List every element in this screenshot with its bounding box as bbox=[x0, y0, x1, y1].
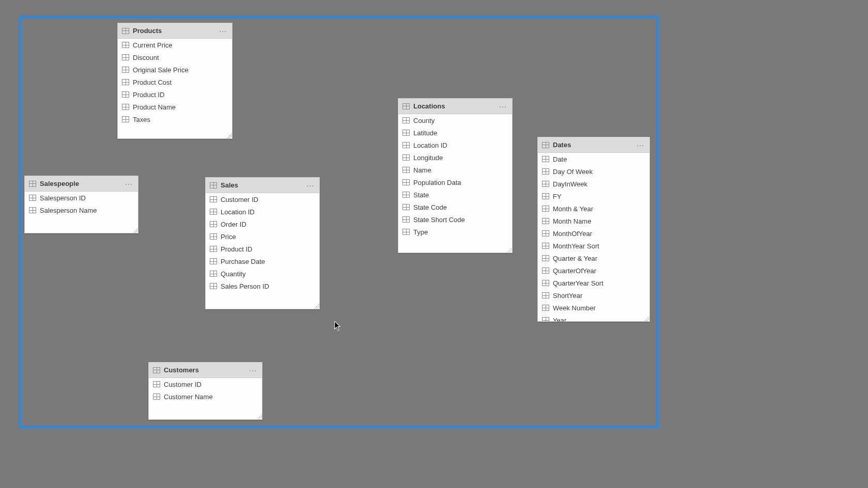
table-menu-button[interactable]: ··· bbox=[218, 27, 228, 35]
field-label: Date bbox=[553, 155, 567, 163]
field-row[interactable]: DayInWeek bbox=[538, 178, 649, 190]
column-icon bbox=[542, 317, 549, 321]
table-menu-button[interactable]: ··· bbox=[248, 366, 258, 374]
field-row[interactable]: State Code bbox=[398, 201, 512, 213]
field-row[interactable]: Quarter & Year bbox=[538, 252, 649, 264]
field-row[interactable]: Latitude bbox=[398, 127, 512, 139]
column-icon bbox=[402, 229, 410, 235]
table-header-salespeople[interactable]: Salespeople··· bbox=[25, 176, 138, 192]
resize-handle[interactable] bbox=[507, 247, 512, 253]
table-body-sales: Customer IDLocation IDOrder IDPriceProdu… bbox=[206, 193, 319, 309]
field-row[interactable]: Original Sale Price bbox=[118, 64, 232, 76]
field-row[interactable]: Year bbox=[538, 314, 649, 321]
field-row[interactable]: Customer ID bbox=[149, 378, 262, 390]
field-row[interactable]: Type bbox=[398, 226, 512, 238]
column-icon bbox=[542, 156, 549, 162]
resize-handle[interactable] bbox=[227, 133, 232, 138]
field-row[interactable]: Taxes bbox=[118, 113, 232, 125]
field-row[interactable]: Day Of Week bbox=[538, 165, 649, 178]
table-products[interactable]: Products···Current PriceDiscountOriginal… bbox=[117, 23, 233, 139]
table-menu-button[interactable]: ··· bbox=[124, 180, 134, 188]
field-row[interactable]: FY bbox=[538, 190, 649, 202]
table-header-dates[interactable]: Dates··· bbox=[538, 137, 649, 153]
field-label: ShortYear bbox=[553, 292, 582, 300]
field-label: Customer ID bbox=[164, 381, 202, 388]
column-icon bbox=[122, 116, 129, 122]
table-header-locations[interactable]: Locations··· bbox=[398, 99, 512, 114]
field-row[interactable]: Product Name bbox=[118, 101, 232, 113]
table-icon bbox=[29, 181, 36, 187]
field-row[interactable]: Salesperson Name bbox=[25, 204, 138, 216]
column-icon bbox=[210, 209, 217, 215]
field-row[interactable]: Product ID bbox=[118, 88, 232, 101]
field-row[interactable]: Sales Person ID bbox=[206, 280, 319, 292]
field-row[interactable]: Quantity bbox=[206, 267, 319, 280]
field-row[interactable]: Salesperson ID bbox=[25, 192, 138, 204]
column-icon bbox=[542, 230, 549, 237]
field-row[interactable]: Product Cost bbox=[118, 76, 232, 88]
field-row[interactable]: Population Data bbox=[398, 176, 512, 188]
field-row[interactable]: QuarterYear Sort bbox=[538, 277, 649, 289]
table-title: Sales bbox=[221, 181, 302, 189]
field-row[interactable]: Product ID bbox=[206, 243, 319, 255]
field-label: Longitude bbox=[413, 154, 443, 162]
table-salespeople[interactable]: Salespeople···Salesperson IDSalesperson … bbox=[24, 176, 138, 233]
field-row[interactable]: Location ID bbox=[206, 206, 319, 218]
field-row[interactable]: State bbox=[398, 188, 512, 201]
table-locations[interactable]: Locations···CountyLatitudeLocation IDLon… bbox=[398, 98, 513, 253]
table-header-products[interactable]: Products··· bbox=[118, 23, 232, 39]
table-menu-button[interactable]: ··· bbox=[498, 102, 508, 111]
field-row[interactable]: Location ID bbox=[398, 139, 512, 151]
column-icon bbox=[402, 216, 410, 223]
field-label: Sales Person ID bbox=[221, 282, 269, 290]
field-row[interactable]: Month Name bbox=[538, 215, 649, 227]
resize-handle[interactable] bbox=[314, 304, 319, 309]
table-menu-button[interactable]: ··· bbox=[305, 181, 315, 190]
field-row[interactable]: Customer Name bbox=[149, 390, 262, 403]
field-row[interactable]: State Short Code bbox=[398, 213, 512, 226]
table-header-customers[interactable]: Customers··· bbox=[149, 363, 262, 378]
table-body-salespeople: Salesperson IDSalesperson Name bbox=[25, 192, 138, 233]
field-label: Current Price bbox=[133, 41, 173, 49]
field-row[interactable]: Price bbox=[206, 230, 319, 243]
field-label: Customer Name bbox=[164, 393, 213, 401]
table-icon bbox=[542, 142, 549, 148]
field-row[interactable]: County bbox=[398, 114, 512, 127]
field-row[interactable]: Week Number bbox=[538, 302, 649, 314]
table-dates[interactable]: Dates···DateDay Of WeekDayInWeekFYMonth … bbox=[537, 137, 650, 322]
resize-handle[interactable] bbox=[257, 414, 262, 419]
field-label: Population Data bbox=[413, 179, 461, 186]
field-row[interactable]: Customer ID bbox=[206, 193, 319, 206]
field-row[interactable]: Date bbox=[538, 153, 649, 165]
table-header-sales[interactable]: Sales··· bbox=[206, 178, 319, 193]
field-row[interactable]: Discount bbox=[118, 51, 232, 64]
field-label: Product ID bbox=[133, 91, 164, 99]
field-label: Quarter & Year bbox=[553, 255, 597, 262]
table-title: Dates bbox=[553, 141, 632, 149]
column-icon bbox=[542, 255, 549, 261]
table-sales[interactable]: Sales···Customer IDLocation IDOrder IDPr… bbox=[205, 177, 320, 309]
table-customers[interactable]: Customers···Customer IDCustomer Name bbox=[148, 362, 262, 420]
field-label: QuarterYear Sort bbox=[553, 279, 603, 287]
column-icon bbox=[542, 292, 549, 298]
field-row[interactable]: QuarterOfYear bbox=[538, 264, 649, 277]
field-row[interactable]: MonthYear Sort bbox=[538, 240, 649, 252]
field-row[interactable]: Current Price bbox=[118, 39, 232, 51]
table-title: Salespeople bbox=[40, 180, 120, 187]
field-row[interactable]: Purchase Date bbox=[206, 255, 319, 267]
field-label: Discount bbox=[133, 54, 159, 61]
table-menu-button[interactable]: ··· bbox=[636, 141, 645, 149]
column-icon bbox=[542, 206, 549, 212]
resize-handle[interactable] bbox=[133, 228, 138, 233]
field-row[interactable]: Longitude bbox=[398, 151, 512, 164]
field-row[interactable]: Order ID bbox=[206, 218, 319, 230]
field-row[interactable]: Month & Year bbox=[538, 202, 649, 215]
column-icon bbox=[402, 154, 410, 161]
field-row[interactable]: ShortYear bbox=[538, 289, 649, 302]
column-icon bbox=[542, 193, 549, 199]
field-row[interactable]: MonthOfYear bbox=[538, 227, 649, 240]
field-row[interactable]: Name bbox=[398, 164, 512, 176]
table-icon bbox=[210, 182, 217, 188]
resize-handle[interactable] bbox=[644, 316, 649, 321]
column-icon bbox=[122, 54, 129, 60]
